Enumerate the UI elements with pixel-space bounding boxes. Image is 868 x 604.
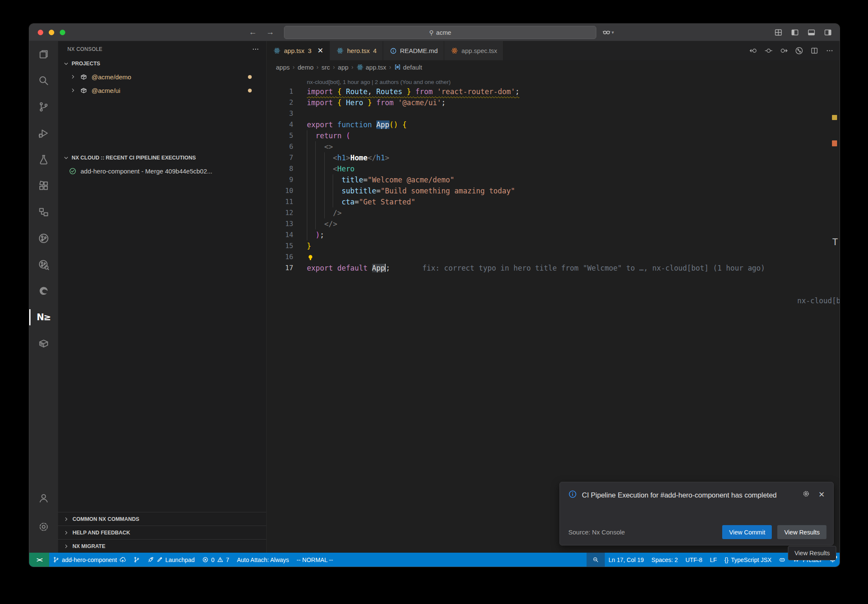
nav-forward-circle-button[interactable] [780,47,788,55]
ci-pipeline-item[interactable]: add-hero-component - Merge 409b44e5cb02.… [58,164,266,178]
activity-item-circle-branch[interactable] [29,225,58,252]
status-vim-mode-status[interactable]: -- NORMAL -- [293,553,337,567]
code-token: > [346,154,350,162]
status-copilot-status[interactable] [775,553,789,567]
status-encoding[interactable]: UTF-8 [682,553,706,567]
tab-app.spec.tsx[interactable]: app.spec.tsx [444,41,504,60]
code-line-4[interactable]: 4export function App() { [267,119,840,130]
nav-forward-button[interactable]: → [266,28,274,37]
rocket-icon [147,556,154,563]
code-area[interactable]: nx-cloud[bot], 1 hour ago | 2 authors (Y… [267,74,840,553]
breadcrumb-item-src[interactable]: src [321,64,330,71]
code-line-10[interactable]: 10subtitle="Build something amazing toda… [267,185,840,196]
breadcrumb-label: default [403,64,422,71]
remote-indicator-glyph: >< [36,556,42,563]
status-source-control-graph[interactable] [130,553,144,567]
indent-guide [307,163,307,174]
status-git-branch-status[interactable]: add-hero-component [49,553,130,567]
code-line-8[interactable]: 8<Hero [267,163,840,174]
view-commit-button[interactable]: View Commit [722,525,772,539]
status-auto-attach-status[interactable]: Auto Attach: Always [233,553,293,567]
breadcrumb-item-app[interactable]: app [338,64,348,71]
code-line-1[interactable]: 1import { Route, Routes } from 'react-ro… [267,86,840,97]
line-number: 1 [267,86,293,97]
minimize-button[interactable] [49,30,54,35]
activity-item-settings-gear[interactable] [29,514,58,540]
code-line-7[interactable]: 7<h1>Home</h1> [267,152,840,163]
section-header-projects[interactable]: PROJECTS [58,57,266,70]
activity-item-testing-beaker[interactable] [29,146,58,173]
status-zoom-indicator[interactable] [587,553,605,567]
tab-label: app.tsx [284,47,304,54]
activity-item-run-debug[interactable] [29,120,58,146]
code-line-15[interactable]: 15} [267,240,840,252]
toggle-panel-left-button[interactable] [791,28,799,36]
tab-README.md[interactable]: README.md [383,41,444,60]
command-center-search[interactable]: ⚲ acme [284,26,596,39]
breadcrumb-item-default[interactable]: default [394,64,422,71]
activity-item-circle-branch-search[interactable] [29,252,58,278]
status-language-mode[interactable]: {}TypeScript JSX [721,553,775,567]
nav-circle-button[interactable] [765,47,773,55]
code-line-14[interactable]: 14); [267,229,840,240]
tab-hero.tsx[interactable]: hero.tsx4 [330,41,383,60]
close-icon[interactable]: ✕ [818,490,825,501]
close-icon[interactable]: ✕ [317,46,323,55]
section-header-nx-migrate[interactable]: NX MIGRATE [58,539,266,553]
split-editor-button[interactable] [810,47,818,55]
project-item[interactable]: @acme/demo [58,70,266,84]
status-launchpad-status[interactable]: Launchpad [144,553,198,567]
code-line-16[interactable]: 16 [267,252,840,263]
tab-app.tsx[interactable]: app.tsx3✕ [267,41,330,60]
close-button[interactable] [38,30,43,35]
activity-item-extensions[interactable] [29,173,58,199]
code-line-13[interactable]: 13</> [267,218,840,229]
zoom-button[interactable] [60,30,65,35]
code-line-12[interactable]: 12/> [267,207,840,218]
nav-back-button[interactable]: ← [249,28,257,37]
nav-back-circle-button[interactable] [749,47,757,55]
activity-item-account[interactable] [29,485,58,511]
breadcrumb-item-app.tsx[interactable]: app.tsx [356,64,386,71]
toggle-panel-right-button[interactable] [824,28,832,36]
code-line-11[interactable]: 11cta="Get Started" [267,196,840,207]
status-eol[interactable]: LF [706,553,721,567]
status-problems-status[interactable]: 07 [198,553,233,567]
gear-icon[interactable] [802,490,810,501]
code-token: ( [346,131,350,140]
code-line-2[interactable]: 2import { Hero } from '@acme/ui'; [267,97,840,108]
more-actions-icon[interactable] [252,45,259,53]
activity-item-edge-browser[interactable] [29,278,58,304]
account-icon[interactable] [602,28,611,36]
status-cursor-position[interactable]: Ln 17, Col 19 [605,553,648,567]
notification-toast: CI Pipeline Execution for #add-hero-comp… [559,482,834,545]
section-header-common-nx-commands[interactable]: COMMON NX COMMANDS [58,512,266,526]
view-results-button[interactable]: View Results [777,525,826,539]
activity-item-source-control[interactable] [29,94,58,120]
more-actions-button[interactable] [826,47,834,55]
code-token: < [333,165,337,173]
activity-item-files[interactable] [29,41,58,67]
status-indentation[interactable]: Spaces: 2 [648,553,682,567]
overview-mark-t: T [832,237,838,248]
status-remote-indicator[interactable]: >< [29,553,49,567]
activity-item-container[interactable] [29,330,58,357]
breadcrumb-item-apps[interactable]: apps [276,64,290,71]
activity-item-search[interactable] [29,67,58,94]
run-circle-branch-button[interactable] [795,47,803,55]
toggle-layout-grid-button[interactable] [774,28,782,36]
code-line-3[interactable]: 3 [267,108,840,119]
breadcrumb-item-demo[interactable]: demo [298,64,314,71]
toggle-panel-bottom-button[interactable] [807,28,815,36]
code-line-9[interactable]: 9title="Welcome @acme/demo" [267,174,840,185]
indent-guide [324,185,325,196]
activity-item-references[interactable] [29,199,58,225]
section-header-help-and-feedback[interactable]: HELP AND FEEDBACK [58,526,266,539]
activity-item-nx-console[interactable]: N≥ [29,304,58,330]
project-item[interactable]: @acme/ui [58,84,266,97]
code-token: '@acme/ui' [398,98,441,107]
section-header-nx-cloud[interactable]: NX CLOUD :: RECENT CI PIPELINE EXECUTION… [58,151,266,164]
code-line-6[interactable]: 6<> [267,141,840,152]
code-line-5[interactable]: 5return ( [267,130,840,141]
code-line-17[interactable]: 17export default App;fix: correct typo i… [267,263,840,274]
